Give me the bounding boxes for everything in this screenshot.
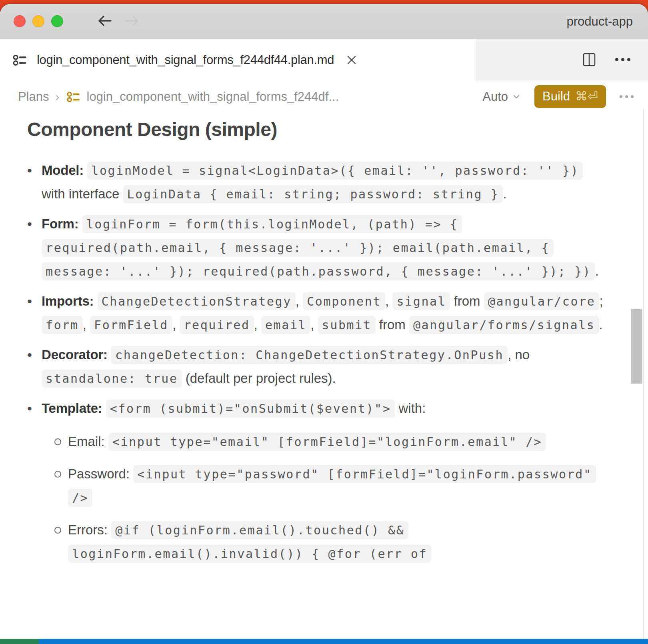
tab-close-icon[interactable] xyxy=(346,54,357,66)
breadcrumb: Plans › login_component_with_signal_form… xyxy=(0,80,648,113)
inline-code: form xyxy=(42,316,83,334)
scrollbar-track xyxy=(643,109,644,644)
body-text: . xyxy=(503,186,506,201)
bullet-label: Model: xyxy=(42,163,84,178)
inline-code: <input type="email" [formField]="loginFo… xyxy=(108,433,546,451)
traffic-lights xyxy=(14,15,63,27)
page-title: Component Design (simple) xyxy=(27,118,605,140)
body-text: , xyxy=(83,317,90,332)
bullet-icon: • xyxy=(27,159,42,206)
inline-code: <form (submit)="onSubmit($event)"> xyxy=(106,400,395,418)
inline-code: Component xyxy=(303,292,385,310)
scrollbar-thumb[interactable] xyxy=(631,309,642,384)
bullet-label: Decorator: xyxy=(42,347,108,362)
inline-code: FormField xyxy=(90,316,172,334)
split-editor-icon[interactable] xyxy=(582,52,596,67)
inline-code: signal xyxy=(392,292,450,310)
bullet-icon: • xyxy=(27,212,42,283)
window-title: product-app xyxy=(567,4,633,39)
sub-list-item: Email: <input type="email" [formField]="… xyxy=(54,430,605,454)
build-shortcut-hint: ⌘⏎ xyxy=(575,89,598,104)
inline-code: @if (loginForm.email().touched() && logi… xyxy=(68,521,431,563)
inline-code: ChangeDetectionStrategy xyxy=(98,292,296,310)
tab-bar: login_component_with_signal_forms_f244df… xyxy=(0,39,648,80)
plan-icon-gold xyxy=(66,89,81,104)
app-window: product-app login_component_with_signal_… xyxy=(0,4,648,644)
breadcrumb-more-icon[interactable] xyxy=(620,95,634,98)
mode-dropdown-label: Auto xyxy=(482,90,508,104)
circle-bullet-icon xyxy=(54,518,68,566)
plan-document: Component Design (simple) •Model: loginM… xyxy=(0,113,648,574)
inline-code: email xyxy=(261,316,310,334)
zoom-window-button[interactable] xyxy=(51,15,63,27)
progress-segment-blue xyxy=(39,639,648,644)
body-text: , xyxy=(172,317,180,332)
body-text: with interface xyxy=(42,186,123,201)
body-text: , xyxy=(385,294,392,308)
body-text: , no xyxy=(508,347,530,362)
doc-sub-list: Email: <input type="email" [formField]="… xyxy=(42,430,605,566)
mode-dropdown[interactable]: Auto xyxy=(482,90,521,104)
body-text: . xyxy=(595,264,599,278)
desktop-background: { "window": { "title": "product-app" }, … xyxy=(0,0,648,644)
body-text: from xyxy=(376,317,409,332)
nav-arrows xyxy=(97,14,140,28)
plan-icon xyxy=(12,52,28,68)
titlebar: product-app xyxy=(0,4,648,39)
close-window-button[interactable] xyxy=(14,15,26,27)
list-item: •Model: loginModel = signal<LoginData>({… xyxy=(27,159,605,206)
bullet-icon: • xyxy=(27,290,42,337)
inline-code: required xyxy=(180,316,254,334)
bullet-label: Imports: xyxy=(42,294,94,308)
body-text: , xyxy=(296,294,303,308)
body-text: , xyxy=(310,317,318,332)
back-icon[interactable] xyxy=(97,14,112,28)
inline-code: loginModel = signal<LoginData>({ email: … xyxy=(87,162,583,180)
inline-code: standalone: true xyxy=(42,370,182,388)
chevron-down-icon xyxy=(512,92,521,101)
sub-list-item: Password: <input type="password" [formFi… xyxy=(54,462,605,510)
sub-list-item: Errors: @if (loginForm.email().touched()… xyxy=(54,518,605,566)
breadcrumb-plans-link[interactable]: Plans xyxy=(18,90,49,104)
bullet-label: Form: xyxy=(42,216,79,231)
build-button[interactable]: Build ⌘⏎ xyxy=(534,85,606,108)
inline-code: changeDetection: ChangeDetectionStrategy… xyxy=(111,346,508,364)
chevron-right-icon: › xyxy=(55,90,60,104)
body-text: (default per project rules). xyxy=(182,371,336,386)
inline-code: submit xyxy=(318,316,376,334)
list-item: •Decorator: changeDetection: ChangeDetec… xyxy=(27,343,605,390)
sub-bullet-label: Errors: xyxy=(68,522,108,537)
bullet-icon: • xyxy=(27,343,42,390)
inline-code: <input type="password" [formField]="logi… xyxy=(68,465,596,507)
inline-code: @angular/core xyxy=(484,292,600,310)
tab-bar-actions xyxy=(476,39,648,80)
body-text: ; xyxy=(599,294,603,308)
forward-icon[interactable] xyxy=(124,14,140,28)
list-item: •Imports: ChangeDetectionStrategy, Compo… xyxy=(27,290,605,337)
body-text: . xyxy=(599,317,603,332)
doc-bullet-list: •Model: loginModel = signal<LoginData>({… xyxy=(27,159,605,574)
bullet-label: Template: xyxy=(42,401,102,416)
circle-bullet-icon xyxy=(54,430,68,454)
breadcrumb-current-file: login_component_with_signal_forms_f244df… xyxy=(87,90,339,104)
inline-code: @angular/forms/signals xyxy=(409,316,599,334)
sub-bullet-label: Password: xyxy=(68,466,130,481)
tab-plan-file[interactable]: login_component_with_signal_forms_f244df… xyxy=(0,39,476,80)
sub-bullet-label: Email: xyxy=(68,434,105,449)
circle-bullet-icon xyxy=(54,462,68,510)
minimize-window-button[interactable] xyxy=(32,15,44,27)
tab-filename: login_component_with_signal_forms_f244df… xyxy=(37,53,334,67)
build-button-label: Build xyxy=(542,89,570,104)
list-item: •Template: <form (submit)="onSubmit($eve… xyxy=(27,397,605,574)
progress-segment-green xyxy=(0,639,39,644)
bullet-icon: • xyxy=(27,397,42,574)
list-item: •Form: loginForm = form(this.loginModel,… xyxy=(27,212,605,283)
body-text: , xyxy=(254,317,261,332)
tabbar-more-icon[interactable] xyxy=(615,58,630,61)
progress-bar xyxy=(0,639,648,644)
inline-code: loginForm = form(this.loginModel, (path)… xyxy=(42,215,595,280)
body-text: from xyxy=(450,294,484,308)
inline-code: LoginData { email: string; password: str… xyxy=(123,185,503,203)
body-text: with: xyxy=(395,401,426,416)
